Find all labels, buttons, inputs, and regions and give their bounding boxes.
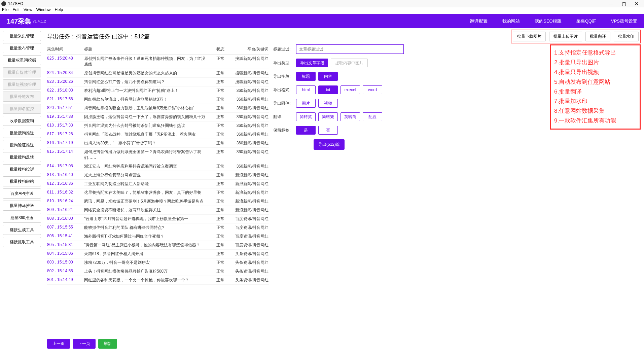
btn-format-excel[interactable]: execel — [341, 85, 360, 94]
cell-status: 正常 — [209, 277, 232, 283]
btn-field-content[interactable]: 内容 — [318, 72, 338, 81]
table-row[interactable]: 806 . 15:15:41海外版抖音TikTok如何通过与网红合作变相？正常百… — [47, 232, 269, 241]
close-icon[interactable]: ✕ — [633, 1, 640, 6]
sidebar-item[interactable]: 批量搜狗投诉 — [3, 164, 41, 174]
table-row[interactable]: 804 . 15:15:06天猫618，抖音网红争相入淘开播正常头条资讯/抖音网… — [47, 250, 269, 258]
cell-status: 正常 — [209, 56, 232, 67]
cell-time: 815 . 15:17:14 — [47, 149, 84, 161]
table-row[interactable]: 818 . 15:17:33抖音网红温婉为什么会封号被封杀新门道疯狂圈钱引热议正… — [47, 121, 269, 130]
table-row[interactable]: 803 . 15:15:00涨粉7200万，抖音一哥竟不是刘畊宏正常头条资讯/抖… — [47, 258, 269, 267]
btn-batch-download-image[interactable]: 批量下载图片 — [513, 32, 546, 41]
menu-help[interactable]: Help — [55, 7, 63, 14]
maximize-icon[interactable]: ▢ — [620, 1, 627, 6]
btn-zh2tw[interactable]: 简转繁 — [318, 112, 338, 121]
table-row[interactable]: 824 . 15:20:34原创抖音网红凸哥是谁是男的还是女的怎么火起来的正常搜… — [47, 69, 269, 78]
cell-title: 光大上海分行恢复部分网点营业 — [84, 172, 209, 178]
table-row[interactable]: 812 . 15:16:36工业互联网为制造业转型注入新动能正常新浪新闻/抖音网… — [47, 180, 269, 188]
cell-platform: 新浪新闻/抖音网红 — [232, 199, 269, 204]
btn-extract-images[interactable]: 提取内容中图片 — [331, 59, 368, 67]
table-row[interactable]: 815 . 15:17:14如何把抖音传播力做到系统全国第一？青岛农商行将管案告… — [47, 148, 269, 162]
btn-prev-page[interactable]: 上一页 — [47, 339, 70, 349]
sidebar-item[interactable]: 批量搜狗绑站 — [3, 176, 41, 186]
btn-batch-watermark[interactable]: 批量水印 — [614, 32, 639, 41]
cell-status: 正常 — [209, 149, 232, 161]
cell-status: 正常 — [209, 140, 232, 146]
cell-status: 正常 — [209, 97, 232, 102]
cell-status: 正常 — [209, 132, 232, 137]
table-row[interactable]: 820 . 15:17:51抖音网红靠模仿吸金力强劲，王思聪被曝8万元打赏"小林… — [47, 104, 269, 113]
table-row[interactable]: 814 . 15:17:08浙江安吉一网红烤鸭店利用抖音谎骗同行被立案调查正常3… — [47, 162, 269, 171]
cell-platform: 360新闻/抖音网红 — [232, 123, 269, 129]
table-row[interactable]: 813 . 15:16:40光大上海分行恢复部分网点营业正常新浪新闻/抖音网红 — [47, 171, 269, 180]
btn-next-page[interactable]: 下一页 — [73, 339, 96, 349]
cell-status: 正常 — [209, 234, 232, 239]
nav-translate-config[interactable]: 翻译配置 — [470, 18, 488, 24]
table-row[interactable]: 822 . 15:18:03赛利涪越S即将上市一大波抖音网红正在"抢购"路上！正… — [47, 86, 269, 95]
input-title-filter[interactable] — [296, 44, 404, 54]
cell-time: 808 . 15:16:00 — [47, 216, 84, 222]
btn-batch-translate[interactable]: 批量翻译 — [585, 32, 610, 41]
table-body[interactable]: 825 . 15:20:48原创抖音网红被杀事件升级！遭迫死者拍那种视频，网友：… — [47, 55, 269, 336]
sidebar-item[interactable]: 链接生成工具 — [3, 225, 41, 235]
nav-my-site[interactable]: 我的网站 — [502, 18, 520, 24]
cell-platform: 搜狐新闻/抖音网红 — [232, 56, 269, 67]
sidebar-item[interactable]: 批量采集管理 — [3, 31, 41, 41]
menu-file[interactable]: File — [2, 7, 8, 14]
cell-status: 正常 — [209, 88, 232, 94]
nav-seo-template[interactable]: 我的SEO模版 — [535, 18, 561, 24]
btn-batch-upload-image[interactable]: 批量上传图片 — [549, 32, 582, 41]
btn-refresh[interactable]: 刷新 — [98, 339, 117, 349]
table-row[interactable]: 801 . 15:14:49网红里的各种天花板，一个比一个惊艳，你最喜欢哪一个？… — [47, 276, 269, 285]
table-row[interactable]: 823 . 15:20:26抖音网红怎么打广告，这几个要点你知道吗？正常搜狐新闻… — [47, 78, 269, 86]
table-row[interactable]: 802 . 15:14:55上头！抖音网红模仿奢侈品牌拍广告涨粉500万正常头条… — [47, 267, 269, 276]
btn-zh2en[interactable]: 简转英 — [296, 112, 316, 121]
btn-export-fields[interactable]: 导出文章字段 — [296, 59, 328, 67]
btn-keep-yes[interactable]: 是 — [296, 126, 316, 135]
sidebar: 批量采集管理批量发布管理批量权重词挖掘批量自媒体管理批量短视频管理批量外链发布批… — [0, 28, 44, 352]
btn-keep-no[interactable]: 否 — [318, 126, 338, 135]
nav-qq-group[interactable]: 采集QQ群 — [576, 18, 596, 24]
cell-status: 正常 — [209, 225, 232, 231]
sidebar-item[interactable]: 链接抓取工具 — [3, 237, 41, 247]
table-row[interactable]: 807 . 15:15:55能够抓住抖音红利的团队,都有哪些共同特点?正常百度资… — [47, 223, 269, 232]
cell-platform: 搜狐新闻/抖音网红 — [232, 79, 269, 85]
sidebar-item[interactable]: 百度API推送 — [3, 188, 41, 199]
table-row[interactable]: 808 . 15:16:00"云逛山东"四月抖音话题评选揭晓，我市上榜数量全省第… — [47, 215, 269, 223]
table-row[interactable]: 811 . 15:16:32这早餐搭配实在太美味了，简单省事营养多，网友：真正的… — [47, 188, 269, 197]
nav-vps-dial[interactable]: VPS拨号设置 — [611, 18, 637, 24]
btn-format-txt[interactable]: txt — [318, 85, 338, 94]
btn-translate-config[interactable]: 配置 — [363, 112, 382, 121]
sidebar-item[interactable]: 批量搜狗推送 — [3, 128, 41, 138]
table-row[interactable]: 819 . 15:17:38因撞脸王珞，这位抖音网红一下火了，靠摇首弄姿的镜头圈… — [47, 113, 269, 121]
btn-format-word[interactable]: word — [363, 85, 382, 94]
table-row[interactable]: 805 . 15:15:31"抖音第一网红"易主疯狂小杨哥，他的内容玩法有哪些值… — [47, 241, 269, 250]
menu-view[interactable]: View — [24, 7, 32, 14]
btn-attach-video[interactable]: 视频 — [318, 99, 338, 108]
table-row[interactable]: 821 . 15:17:56网红捐款名单流出，抖音网红谢欣昊捐款3万！正常360… — [47, 95, 269, 104]
cell-status: 正常 — [209, 70, 232, 76]
cell-time: 810 . 15:16:24 — [47, 199, 84, 204]
cell-title: "云逛山东"四月抖音话题评选揭晓，我市上榜数量全省第一 — [84, 216, 209, 222]
table-row[interactable]: 809 . 15:16:21网络安全投资不断增长，这两只股值得关注正常新浪新闻/… — [47, 206, 269, 215]
sidebar-item[interactable]: 批量搜狗反馈 — [3, 152, 41, 162]
table-row[interactable]: 810 . 15:16:24腾讯，网易，米哈游正面硬刚！5月新游并喷？两款吃鸡手… — [47, 197, 269, 206]
table-row[interactable]: 817 . 15:17:26抖音网红「蓝衣战神」薄纱绕现身车展「无P图流出」惹火… — [47, 130, 269, 139]
minimize-icon[interactable]: ─ — [608, 1, 614, 6]
btn-format-html[interactable]: html — [296, 85, 316, 94]
menu-window[interactable]: Window — [36, 7, 51, 14]
sidebar-item[interactable]: 批量360推送 — [3, 213, 41, 223]
sidebar-item[interactable]: 搜狗验证推送 — [3, 140, 41, 150]
btn-attach-image[interactable]: 图片 — [296, 99, 316, 108]
btn-export[interactable]: 导出(512)篇 — [314, 139, 345, 150]
annotation-line: 1.支持指定任意格式导出 — [554, 48, 636, 58]
table-row[interactable]: 825 . 15:20:48原创抖音网红被杀事件升级！遭迫死者拍那种视频，网友：… — [47, 55, 269, 69]
btn-field-title[interactable]: 标题 — [296, 72, 316, 81]
sidebar-item[interactable]: 批量神马推送 — [3, 201, 41, 211]
sidebar-item[interactable]: 批量权重词挖掘 — [3, 55, 41, 65]
sidebar-item[interactable]: 批量发布管理 — [3, 43, 41, 53]
menu-edit[interactable]: Edit — [12, 7, 20, 14]
table-row[interactable]: 816 . 15:17:19出抖入淘30天，"一票小芬子"带货了吗？正常360新… — [47, 139, 269, 148]
cell-title: 赛利涪越S即将上市一大波抖音网红正在"抢购"路上！ — [84, 88, 209, 94]
btn-en2zh[interactable]: 英转简 — [341, 112, 360, 121]
sidebar-item[interactable]: 收录数据查询 — [3, 116, 41, 126]
